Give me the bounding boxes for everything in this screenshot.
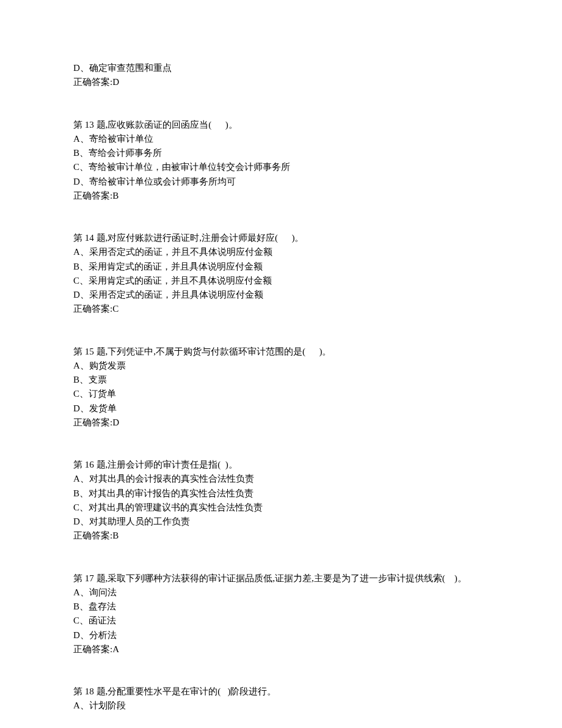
option-d: D、对其助理人员的工作负责 [73, 515, 489, 529]
option-c: C、函证法 [73, 614, 489, 628]
option-a: A、采用否定式的函证，并且不具体说明应付金额 [73, 245, 489, 259]
option-c: C、寄给被审计单位，由被审计单位转交会计师事务所 [73, 160, 489, 174]
answer-line: 正确答案:D [73, 416, 489, 430]
option-b: B、支票 [73, 373, 489, 387]
question-15: 第 15 题,下列凭证中,不属于购货与付款循环审计范围的是( )。 A、购货发票… [73, 345, 489, 430]
option-c: C、对其出具的管理建议书的真实性合法性负责 [73, 501, 489, 515]
option-a: A、购货发票 [73, 359, 489, 373]
question-stem: 第 14 题,对应付账款进行函证时,注册会计师最好应( )。 [73, 231, 489, 245]
question-stem: 第 13 题,应收账款函证的回函应当( )。 [73, 118, 489, 132]
option-a: A、询问法 [73, 586, 489, 600]
question-stem: 第 18 题,分配重要性水平是在审计的( )阶段进行。 [73, 685, 489, 699]
question-fragment-prev: D、确定审查范围和重点 正确答案:D [73, 61, 489, 90]
option-a: A、对其出具的会计报表的真实性合法性负责 [73, 472, 489, 486]
answer-line: 正确答案:B [73, 529, 489, 543]
answer-line: 正确答案:A [73, 642, 489, 656]
page-content: D、确定审查范围和重点 正确答案:D 第 13 题,应收账款函证的回函应当( )… [0, 0, 562, 728]
question-stem: 第 17 题,采取下列哪种方法获得的审计证据品质低,证据力差,主要是为了进一步审… [73, 572, 489, 586]
option-a: A、计划阶段 [73, 699, 489, 713]
question-16: 第 16 题,注册会计师的审计责任是指( )。 A、对其出具的会计报表的真实性合… [73, 458, 489, 543]
option-c: C、采用肯定式的函证，并且不具体说明应付金额 [73, 274, 489, 288]
option-b: B、盘存法 [73, 600, 489, 614]
option-d: D、采用否定式的函证，并且具体说明应付金额 [73, 288, 489, 302]
question-14: 第 14 题,对应付账款进行函证时,注册会计师最好应( )。 A、采用否定式的函… [73, 231, 489, 317]
option-a: A、寄给被审计单位 [73, 132, 489, 146]
question-13: 第 13 题,应收账款函证的回函应当( )。 A、寄给被审计单位 B、寄给会计师… [73, 118, 489, 204]
question-18: 第 18 题,分配重要性水平是在审计的( )阶段进行。 A、计划阶段 [73, 685, 489, 713]
option-d: D、发货单 [73, 402, 489, 416]
question-stem: 第 15 题,下列凭证中,不属于购货与付款循环审计范围的是( )。 [73, 345, 489, 359]
option-c: C、订货单 [73, 387, 489, 401]
question-stem: 第 16 题,注册会计师的审计责任是指( )。 [73, 458, 489, 472]
answer-line: 正确答案:D [73, 75, 489, 89]
option-b: B、采用肯定式的函证，并且具体说明应付金额 [73, 260, 489, 274]
answer-line: 正确答案:B [73, 189, 489, 203]
option-d: D、分析法 [73, 628, 489, 642]
option-d: D、寄给被审计单位或会计师事务所均可 [73, 175, 489, 189]
option-b: B、寄给会计师事务所 [73, 146, 489, 160]
option-d: D、确定审查范围和重点 [73, 61, 489, 75]
answer-line: 正确答案:C [73, 302, 489, 316]
question-17: 第 17 题,采取下列哪种方法获得的审计证据品质低,证据力差,主要是为了进一步审… [73, 572, 489, 657]
option-b: B、对其出具的审计报告的真实性合法性负责 [73, 487, 489, 501]
